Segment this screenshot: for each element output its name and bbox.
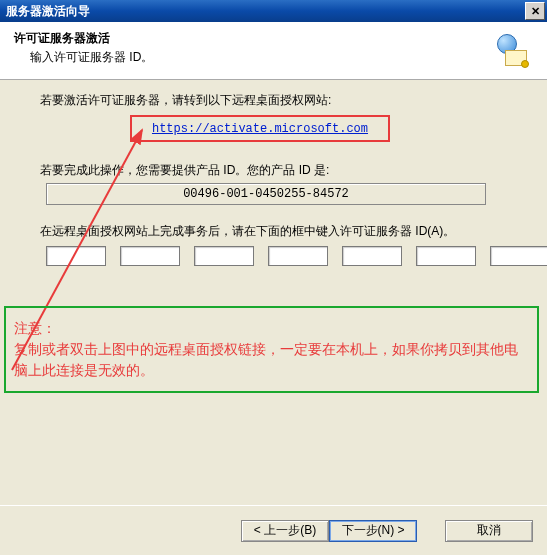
license-id-input-2[interactable]	[120, 246, 180, 266]
product-id-box: 00496-001-0450255-84572	[46, 183, 486, 205]
note-title: 注意：	[14, 318, 529, 339]
instruction-3: 在远程桌面授权网站上完成事务后，请在下面的框中键入许可证服务器 ID(A)。	[40, 223, 507, 240]
header-title: 许可证服务器激活	[14, 31, 110, 45]
titlebar: 服务器激活向导 ✕	[0, 0, 547, 22]
license-id-input-5[interactable]	[342, 246, 402, 266]
license-id-input-3[interactable]	[194, 246, 254, 266]
license-id-input-7[interactable]	[490, 246, 547, 266]
wizard-footer: < 上一步(B) 下一步(N) > 取消	[0, 505, 547, 555]
wizard-content: 若要激活许可证服务器，请转到以下远程桌面授权网站: https://activa…	[0, 80, 547, 540]
annotation-note: 注意： 复制或者双击上图中的远程桌面授权链接，一定要在本机上，如果你拷贝到其他电…	[4, 306, 539, 393]
instruction-1: 若要激活许可证服务器，请转到以下远程桌面授权网站:	[40, 92, 507, 109]
wizard-header: 许可证服务器激活 输入许可证服务器 ID。	[0, 22, 547, 80]
license-id-input-6[interactable]	[416, 246, 476, 266]
activation-link-box: https://activate.microsoft.com	[130, 115, 390, 142]
header-subtitle: 输入许可证服务器 ID。	[30, 49, 153, 66]
license-id-input-4[interactable]	[268, 246, 328, 266]
cancel-button[interactable]: 取消	[445, 520, 533, 542]
titlebar-text: 服务器激活向导	[6, 3, 90, 20]
license-id-inputs	[46, 246, 507, 266]
back-button[interactable]: < 上一步(B)	[241, 520, 329, 542]
activation-link[interactable]: https://activate.microsoft.com	[152, 122, 368, 136]
wizard-cert-icon	[495, 34, 527, 66]
titlebar-buttons: ✕	[525, 2, 547, 20]
close-icon[interactable]: ✕	[525, 2, 545, 20]
license-id-input-1[interactable]	[46, 246, 106, 266]
wizard-header-text: 许可证服务器激活 输入许可证服务器 ID。	[14, 30, 153, 66]
instruction-2: 若要完成此操作，您需要提供产品 ID。您的产品 ID 是:	[40, 162, 507, 179]
note-body: 复制或者双击上图中的远程桌面授权链接，一定要在本机上，如果你拷贝到其他电脑上此连…	[14, 339, 529, 381]
next-button[interactable]: 下一步(N) >	[329, 520, 417, 542]
